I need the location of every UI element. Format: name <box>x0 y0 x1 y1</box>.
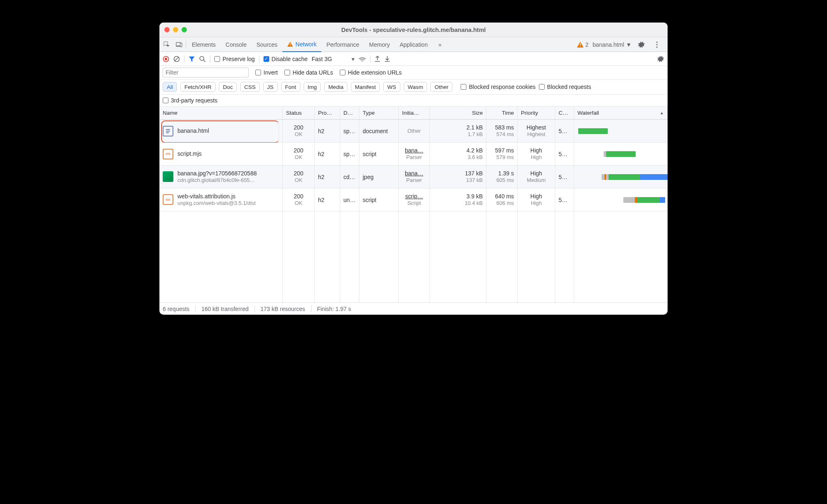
invert-checkbox[interactable]: Invert <box>255 69 278 76</box>
panel-tab-application[interactable]: Application <box>395 37 433 52</box>
third-party-checkbox[interactable]: 3rd-party requests <box>163 97 664 104</box>
filter-input[interactable] <box>163 68 249 77</box>
divider <box>210 55 210 63</box>
throttling-select[interactable]: Fast 3G ▾ <box>312 56 355 62</box>
file-js-icon: <> <box>163 149 173 159</box>
disable-cache-checkbox[interactable]: ✓ Disable cache <box>264 56 308 62</box>
col-header-priority[interactable]: Priority <box>518 107 555 119</box>
request-row[interactable]: banana.jpg?v=1705668720588cdn.glitch.glo… <box>159 166 668 188</box>
blocked-requests-checkbox[interactable]: Blocked requests <box>539 84 591 90</box>
cell-initiator: bana…Parser <box>399 143 430 165</box>
col-header-status[interactable]: Status <box>283 107 315 119</box>
device-toolbar-icon[interactable] <box>173 39 185 50</box>
cell-status: 200OK <box>283 120 315 142</box>
waterfall-segment <box>578 128 608 134</box>
panel-tab-console[interactable]: Console <box>220 37 251 52</box>
request-row[interactable]: <>web-vitals.attribution.jsunpkg.com/web… <box>159 188 668 211</box>
initiator-link[interactable]: scrip… <box>405 193 423 200</box>
cell-type: script <box>359 188 399 211</box>
record-button[interactable] <box>163 56 169 62</box>
type-chip-wasm[interactable]: Wasm <box>404 82 427 92</box>
inspect-element-icon[interactable] <box>161 39 173 50</box>
panel-tab-network[interactable]: Network <box>282 37 321 52</box>
panel-tab-performance[interactable]: Performance <box>321 37 364 52</box>
context-selector[interactable]: banana.html ▼ <box>593 41 632 48</box>
cell-waterfall[interactable] <box>574 120 668 142</box>
checkbox-icon <box>284 70 290 75</box>
initiator-link[interactable]: bana… <box>405 147 423 154</box>
cell-priority: HighestHighest <box>518 120 555 142</box>
tab-label: Performance <box>326 41 359 48</box>
type-chip-manifest[interactable]: Manifest <box>351 82 380 92</box>
divider <box>259 55 259 63</box>
cell-size: 137 kB137 kB <box>430 166 486 188</box>
blocked-cookies-checkbox[interactable]: Blocked response cookies <box>461 84 536 90</box>
col-header-name[interactable]: Name <box>159 107 283 119</box>
col-header-time[interactable]: Time <box>486 107 518 119</box>
tab-label: Console <box>225 41 246 48</box>
svg-rect-5 <box>580 43 581 45</box>
panel-tab-sources[interactable]: Sources <box>252 37 282 52</box>
col-header-connection[interactable]: C… <box>555 107 574 119</box>
type-chip-other[interactable]: Other <box>430 82 452 92</box>
type-chip-css[interactable]: CSS <box>240 82 260 92</box>
cell-domain: sp… <box>340 143 359 165</box>
cell-size: 2.1 kB1.7 kB <box>430 120 486 142</box>
cell-waterfall[interactable] <box>574 166 668 188</box>
cell-time: 1.39 s605 ms <box>486 166 518 188</box>
type-chip-ws[interactable]: WS <box>383 82 400 92</box>
panel-tab-memory[interactable]: Memory <box>364 37 395 52</box>
type-chip-media[interactable]: Media <box>324 82 348 92</box>
settings-icon[interactable] <box>636 39 647 50</box>
cell-priority: HighHigh <box>518 188 555 211</box>
col-header-waterfall[interactable]: Waterfall ▲ <box>574 107 668 119</box>
cell-waterfall[interactable] <box>574 143 668 165</box>
checkbox-icon <box>163 98 168 103</box>
import-har-icon[interactable] <box>384 56 390 62</box>
warning-count: 2 <box>585 41 588 48</box>
hide-extension-urls-checkbox[interactable]: Hide extension URLs <box>340 69 402 76</box>
file-js-icon: <> <box>163 194 173 205</box>
cell-connection: 5… <box>555 166 574 188</box>
checkbox-icon <box>214 56 220 62</box>
chevron-double-right-icon: » <box>438 41 442 48</box>
type-chip-font[interactable]: Font <box>281 82 300 92</box>
type-chip-js[interactable]: JS <box>263 82 278 92</box>
request-row[interactable]: banana.html200OKh2sp…documentOther2.1 kB… <box>159 120 668 143</box>
type-chip-img[interactable]: Img <box>304 82 321 92</box>
col-header-domain[interactable]: D… <box>340 107 359 119</box>
hide-data-urls-checkbox[interactable]: Hide data URLs <box>284 69 333 76</box>
checkbox-icon <box>255 70 261 75</box>
col-header-type[interactable]: Type <box>359 107 399 119</box>
issues-counter[interactable]: 2 <box>577 41 588 48</box>
tab-label: Elements <box>192 41 216 48</box>
cell-initiator: scrip…Script <box>399 188 430 211</box>
filter-toggle-icon[interactable] <box>189 56 195 62</box>
tab-label: Application <box>400 41 428 48</box>
type-chip-fetchxhr[interactable]: Fetch/XHR <box>180 82 216 92</box>
network-settings-icon[interactable] <box>657 55 664 63</box>
request-row[interactable]: <>script.mjs200OKh2sp…scriptbana…Parser4… <box>159 143 668 166</box>
col-header-size[interactable]: Size <box>430 107 486 119</box>
clear-button[interactable] <box>173 56 180 62</box>
kebab-menu-icon[interactable] <box>651 39 663 50</box>
preserve-log-checkbox[interactable]: Preserve log <box>214 56 255 62</box>
cell-domain: un… <box>340 188 359 211</box>
cell-time: 640 ms606 ms <box>486 188 518 211</box>
initiator-link[interactable]: bana… <box>405 170 423 177</box>
export-har-icon[interactable] <box>375 56 380 62</box>
cell-size: 4.2 kB3.6 kB <box>430 143 486 165</box>
search-icon[interactable] <box>199 56 206 62</box>
col-header-initiator[interactable]: Initia… <box>399 107 430 119</box>
network-conditions-icon[interactable] <box>359 56 366 62</box>
type-chip-doc[interactable]: Doc <box>219 82 237 92</box>
cell-initiator: Other <box>399 120 430 142</box>
cell-waterfall[interactable] <box>574 188 668 211</box>
type-chip-all[interactable]: All <box>163 82 177 92</box>
svg-point-8 <box>656 44 657 45</box>
panel-tab-elements[interactable]: Elements <box>187 37 220 52</box>
cell-protocol: h2 <box>315 166 340 188</box>
cell-protocol: h2 <box>315 143 340 165</box>
col-header-protocol[interactable]: Pro… <box>315 107 340 119</box>
panel-tab-overflow[interactable]: » <box>434 37 447 52</box>
